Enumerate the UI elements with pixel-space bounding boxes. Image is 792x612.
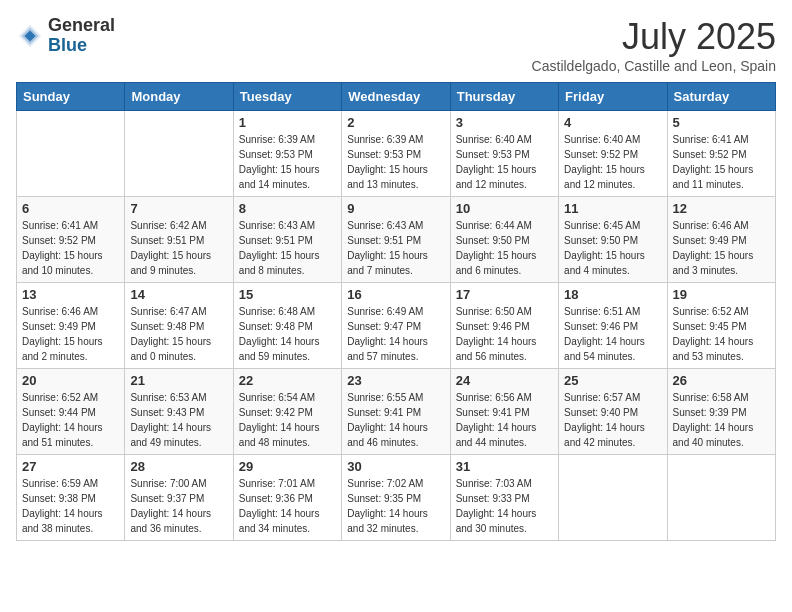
day-info: Sunrise: 6:42 AMSunset: 9:51 PMDaylight:… — [130, 218, 227, 278]
calendar-cell: 10Sunrise: 6:44 AMSunset: 9:50 PMDayligh… — [450, 197, 558, 283]
calendar-cell: 13Sunrise: 6:46 AMSunset: 9:49 PMDayligh… — [17, 283, 125, 369]
calendar-cell: 30Sunrise: 7:02 AMSunset: 9:35 PMDayligh… — [342, 455, 450, 541]
calendar-cell: 20Sunrise: 6:52 AMSunset: 9:44 PMDayligh… — [17, 369, 125, 455]
day-info: Sunrise: 6:52 AMSunset: 9:44 PMDaylight:… — [22, 390, 119, 450]
location-subtitle: Castildelgado, Castille and Leon, Spain — [532, 58, 776, 74]
calendar-header-monday: Monday — [125, 83, 233, 111]
day-info: Sunrise: 6:41 AMSunset: 9:52 PMDaylight:… — [22, 218, 119, 278]
month-title: July 2025 — [532, 16, 776, 58]
day-number: 8 — [239, 201, 336, 216]
day-number: 1 — [239, 115, 336, 130]
day-number: 20 — [22, 373, 119, 388]
calendar-header-wednesday: Wednesday — [342, 83, 450, 111]
day-number: 18 — [564, 287, 661, 302]
calendar-cell — [125, 111, 233, 197]
logo: General Blue — [16, 16, 115, 56]
day-number: 4 — [564, 115, 661, 130]
calendar-header-tuesday: Tuesday — [233, 83, 341, 111]
calendar-week-4: 20Sunrise: 6:52 AMSunset: 9:44 PMDayligh… — [17, 369, 776, 455]
day-info: Sunrise: 6:53 AMSunset: 9:43 PMDaylight:… — [130, 390, 227, 450]
calendar-cell: 14Sunrise: 6:47 AMSunset: 9:48 PMDayligh… — [125, 283, 233, 369]
calendar-header-friday: Friday — [559, 83, 667, 111]
calendar-week-1: 1Sunrise: 6:39 AMSunset: 9:53 PMDaylight… — [17, 111, 776, 197]
calendar-cell: 31Sunrise: 7:03 AMSunset: 9:33 PMDayligh… — [450, 455, 558, 541]
day-info: Sunrise: 6:51 AMSunset: 9:46 PMDaylight:… — [564, 304, 661, 364]
calendar-cell: 3Sunrise: 6:40 AMSunset: 9:53 PMDaylight… — [450, 111, 558, 197]
day-info: Sunrise: 6:55 AMSunset: 9:41 PMDaylight:… — [347, 390, 444, 450]
page-header: General Blue July 2025 Castildelgado, Ca… — [16, 16, 776, 74]
day-info: Sunrise: 6:49 AMSunset: 9:47 PMDaylight:… — [347, 304, 444, 364]
calendar-cell: 4Sunrise: 6:40 AMSunset: 9:52 PMDaylight… — [559, 111, 667, 197]
day-number: 13 — [22, 287, 119, 302]
day-number: 30 — [347, 459, 444, 474]
calendar-table: SundayMondayTuesdayWednesdayThursdayFrid… — [16, 82, 776, 541]
day-number: 6 — [22, 201, 119, 216]
day-info: Sunrise: 6:40 AMSunset: 9:52 PMDaylight:… — [564, 132, 661, 192]
calendar-cell: 9Sunrise: 6:43 AMSunset: 9:51 PMDaylight… — [342, 197, 450, 283]
day-info: Sunrise: 6:46 AMSunset: 9:49 PMDaylight:… — [22, 304, 119, 364]
day-number: 24 — [456, 373, 553, 388]
day-info: Sunrise: 6:39 AMSunset: 9:53 PMDaylight:… — [347, 132, 444, 192]
calendar-week-2: 6Sunrise: 6:41 AMSunset: 9:52 PMDaylight… — [17, 197, 776, 283]
day-number: 27 — [22, 459, 119, 474]
calendar-cell: 5Sunrise: 6:41 AMSunset: 9:52 PMDaylight… — [667, 111, 775, 197]
day-info: Sunrise: 6:39 AMSunset: 9:53 PMDaylight:… — [239, 132, 336, 192]
calendar-cell: 21Sunrise: 6:53 AMSunset: 9:43 PMDayligh… — [125, 369, 233, 455]
calendar-cell: 29Sunrise: 7:01 AMSunset: 9:36 PMDayligh… — [233, 455, 341, 541]
calendar-cell: 22Sunrise: 6:54 AMSunset: 9:42 PMDayligh… — [233, 369, 341, 455]
day-number: 21 — [130, 373, 227, 388]
day-info: Sunrise: 6:40 AMSunset: 9:53 PMDaylight:… — [456, 132, 553, 192]
calendar-cell: 19Sunrise: 6:52 AMSunset: 9:45 PMDayligh… — [667, 283, 775, 369]
calendar-cell: 16Sunrise: 6:49 AMSunset: 9:47 PMDayligh… — [342, 283, 450, 369]
day-number: 28 — [130, 459, 227, 474]
day-info: Sunrise: 6:58 AMSunset: 9:39 PMDaylight:… — [673, 390, 770, 450]
day-number: 11 — [564, 201, 661, 216]
calendar-cell: 8Sunrise: 6:43 AMSunset: 9:51 PMDaylight… — [233, 197, 341, 283]
day-number: 22 — [239, 373, 336, 388]
day-number: 12 — [673, 201, 770, 216]
day-info: Sunrise: 7:00 AMSunset: 9:37 PMDaylight:… — [130, 476, 227, 536]
logo-blue: Blue — [48, 36, 115, 56]
day-info: Sunrise: 7:02 AMSunset: 9:35 PMDaylight:… — [347, 476, 444, 536]
calendar-cell — [17, 111, 125, 197]
calendar-cell: 28Sunrise: 7:00 AMSunset: 9:37 PMDayligh… — [125, 455, 233, 541]
day-number: 16 — [347, 287, 444, 302]
calendar-cell: 24Sunrise: 6:56 AMSunset: 9:41 PMDayligh… — [450, 369, 558, 455]
calendar-cell: 2Sunrise: 6:39 AMSunset: 9:53 PMDaylight… — [342, 111, 450, 197]
day-number: 25 — [564, 373, 661, 388]
day-info: Sunrise: 6:44 AMSunset: 9:50 PMDaylight:… — [456, 218, 553, 278]
logo-text: General Blue — [48, 16, 115, 56]
day-info: Sunrise: 6:47 AMSunset: 9:48 PMDaylight:… — [130, 304, 227, 364]
calendar-header-thursday: Thursday — [450, 83, 558, 111]
calendar-cell: 6Sunrise: 6:41 AMSunset: 9:52 PMDaylight… — [17, 197, 125, 283]
day-info: Sunrise: 6:50 AMSunset: 9:46 PMDaylight:… — [456, 304, 553, 364]
calendar-cell: 15Sunrise: 6:48 AMSunset: 9:48 PMDayligh… — [233, 283, 341, 369]
day-number: 10 — [456, 201, 553, 216]
calendar-cell: 1Sunrise: 6:39 AMSunset: 9:53 PMDaylight… — [233, 111, 341, 197]
day-number: 23 — [347, 373, 444, 388]
calendar-cell: 17Sunrise: 6:50 AMSunset: 9:46 PMDayligh… — [450, 283, 558, 369]
day-info: Sunrise: 6:57 AMSunset: 9:40 PMDaylight:… — [564, 390, 661, 450]
calendar-cell: 11Sunrise: 6:45 AMSunset: 9:50 PMDayligh… — [559, 197, 667, 283]
logo-icon — [16, 22, 44, 50]
day-info: Sunrise: 6:41 AMSunset: 9:52 PMDaylight:… — [673, 132, 770, 192]
day-info: Sunrise: 7:03 AMSunset: 9:33 PMDaylight:… — [456, 476, 553, 536]
day-number: 5 — [673, 115, 770, 130]
day-info: Sunrise: 6:46 AMSunset: 9:49 PMDaylight:… — [673, 218, 770, 278]
day-number: 3 — [456, 115, 553, 130]
day-info: Sunrise: 6:52 AMSunset: 9:45 PMDaylight:… — [673, 304, 770, 364]
calendar-cell: 7Sunrise: 6:42 AMSunset: 9:51 PMDaylight… — [125, 197, 233, 283]
day-number: 15 — [239, 287, 336, 302]
day-number: 9 — [347, 201, 444, 216]
logo-general: General — [48, 16, 115, 36]
day-number: 19 — [673, 287, 770, 302]
calendar-cell: 25Sunrise: 6:57 AMSunset: 9:40 PMDayligh… — [559, 369, 667, 455]
calendar-cell: 27Sunrise: 6:59 AMSunset: 9:38 PMDayligh… — [17, 455, 125, 541]
calendar-cell — [667, 455, 775, 541]
day-info: Sunrise: 6:45 AMSunset: 9:50 PMDaylight:… — [564, 218, 661, 278]
calendar-week-3: 13Sunrise: 6:46 AMSunset: 9:49 PMDayligh… — [17, 283, 776, 369]
day-info: Sunrise: 6:48 AMSunset: 9:48 PMDaylight:… — [239, 304, 336, 364]
day-number: 26 — [673, 373, 770, 388]
day-info: Sunrise: 7:01 AMSunset: 9:36 PMDaylight:… — [239, 476, 336, 536]
day-number: 17 — [456, 287, 553, 302]
